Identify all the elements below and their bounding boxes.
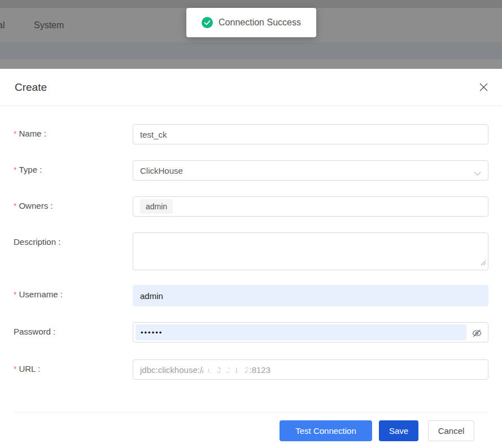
modal-footer: Test Connection Save Cancel xyxy=(14,412,488,448)
backdrop-top-strip xyxy=(0,0,502,8)
required-asterisk: * xyxy=(14,201,16,210)
form-row-name: *Name : test_ck xyxy=(14,124,488,144)
description-textarea[interactable] xyxy=(133,232,488,270)
backdrop-band-dark xyxy=(0,42,502,59)
resize-handle-icon[interactable] xyxy=(480,258,486,268)
success-check-icon xyxy=(202,17,213,28)
username-value: admin xyxy=(140,291,163,301)
type-select[interactable]: ClickHouse xyxy=(133,160,488,181)
required-asterisk: * xyxy=(14,129,16,138)
nav-item-clipped: al xyxy=(0,20,8,30)
type-label: *Type : xyxy=(14,160,133,174)
save-button[interactable]: Save xyxy=(379,420,418,441)
url-label: *URL : xyxy=(14,359,133,374)
close-icon[interactable] xyxy=(478,82,488,93)
create-datasource-modal: Create *Name : test_ck *Type : xyxy=(0,69,502,448)
eye-invisible-icon[interactable] xyxy=(472,328,482,340)
modal-body: *Name : test_ck *Type : ClickHouse xyxy=(0,106,502,448)
form-row-password: Password : •••••• xyxy=(14,322,488,342)
chevron-down-icon xyxy=(474,168,481,178)
dimmed-page-backdrop: al System Connection Success xyxy=(0,0,502,69)
name-input[interactable]: test_ck xyxy=(133,124,488,144)
modal-header: Create xyxy=(0,69,502,106)
type-value: ClickHouse xyxy=(140,166,183,175)
modal-title: Create xyxy=(15,81,47,94)
owner-tag: admin xyxy=(140,199,173,214)
password-masked-value: •••••• xyxy=(136,324,466,340)
username-input[interactable]: admin xyxy=(133,285,488,306)
owners-label: *Owners : xyxy=(14,196,133,210)
password-label: Password : xyxy=(14,322,133,336)
form-row-url: *URL : jdbc:clickhouse://0.101.33.12:812… xyxy=(14,359,488,380)
url-suffix: :8123 xyxy=(249,365,270,375)
username-label: *Username : xyxy=(14,285,133,299)
test-connection-button[interactable]: Test Connection xyxy=(280,420,372,441)
form-row-owners: *Owners : admin xyxy=(14,196,488,217)
form-row-username: *Username : admin xyxy=(14,285,488,306)
nav-item-system: System xyxy=(34,20,64,30)
name-value: test_ck xyxy=(140,130,167,139)
name-label: *Name : xyxy=(14,124,133,138)
description-label: Description : xyxy=(14,232,133,247)
required-asterisk: * xyxy=(14,290,16,299)
password-input[interactable]: •••••• xyxy=(133,322,488,342)
url-input[interactable]: jdbc:clickhouse://0.101.33.12:8123 xyxy=(133,359,488,380)
url-prefix: jdbc:clickhouse:// xyxy=(140,365,204,375)
cancel-button[interactable]: Cancel xyxy=(428,420,474,441)
backdrop-band-light xyxy=(0,59,502,69)
owners-input[interactable]: admin xyxy=(133,196,488,217)
toast-message: Connection Success xyxy=(219,17,301,28)
required-asterisk: * xyxy=(14,364,16,374)
url-host-redacted: 0.101.33.12 xyxy=(204,365,249,375)
form-row-description: Description : xyxy=(14,232,488,270)
toast-connection-success: Connection Success xyxy=(186,8,316,37)
form-row-type: *Type : ClickHouse xyxy=(14,160,488,181)
required-asterisk: * xyxy=(14,165,16,174)
